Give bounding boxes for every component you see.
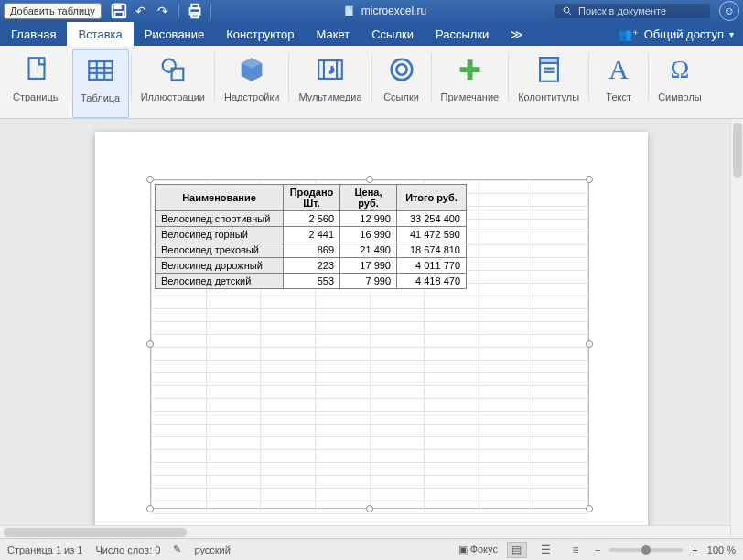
symbol-icon: Ω xyxy=(660,49,700,90)
ribbon-table[interactable]: Таблица xyxy=(72,49,129,118)
status-word-count[interactable]: Число слов: 0 xyxy=(95,544,160,555)
table-row[interactable]: Велосипед спортивный2 56012 99033 254 40… xyxy=(156,211,467,227)
cell-total[interactable]: 41 472 590 xyxy=(397,227,467,242)
redo-icon[interactable]: ↷ xyxy=(153,1,173,21)
cell-name[interactable]: Велосипед спортивный xyxy=(156,211,284,227)
cell-name[interactable]: Велосипед горный xyxy=(156,227,284,242)
svg-rect-2 xyxy=(114,12,123,16)
cell-qty[interactable]: 223 xyxy=(284,258,340,274)
table-row[interactable]: Велосипед детский5537 9904 418 470 xyxy=(156,274,467,289)
title-bar: Добавить таблицу ↶ ↷ microexcel.ru Поиск… xyxy=(0,0,743,22)
svg-rect-10 xyxy=(89,61,113,80)
status-language[interactable]: русский xyxy=(194,544,230,555)
ribbon-media[interactable]: ♪ Мультимедиа xyxy=(291,49,369,118)
ribbon-pages[interactable]: Страницы xyxy=(5,49,68,118)
resize-handle[interactable] xyxy=(146,176,154,183)
undo-icon[interactable]: ↶ xyxy=(131,1,151,21)
resize-handle[interactable] xyxy=(366,505,373,512)
text-icon: A xyxy=(598,49,639,90)
shapes-icon xyxy=(153,49,193,90)
view-print-layout[interactable]: ▤ xyxy=(507,542,527,558)
zoom-in[interactable]: + xyxy=(692,544,697,555)
view-outline[interactable]: ≡ xyxy=(565,542,586,558)
cell-total[interactable]: 33 254 400 xyxy=(397,211,467,227)
tabs-overflow[interactable]: ≫ xyxy=(500,22,534,46)
headerfooter-icon xyxy=(529,49,569,90)
focus-mode[interactable]: ▣ Фокус xyxy=(458,544,498,555)
media-icon: ♪ xyxy=(310,49,350,90)
cell-price[interactable]: 21 490 xyxy=(340,242,397,258)
col-header-total: Итого руб. xyxy=(397,185,467,211)
cell-price[interactable]: 12 990 xyxy=(340,211,397,227)
ribbon-comment[interactable]: ✚ Примечание xyxy=(434,49,507,118)
tab-draw[interactable]: Рисование xyxy=(134,22,215,46)
comment-icon: ✚ xyxy=(449,49,490,90)
feedback-icon[interactable]: ☺ xyxy=(719,1,739,21)
ribbon-tabs: Главная Вставка Рисование Конструктор Ма… xyxy=(0,22,743,46)
svg-point-7 xyxy=(564,7,569,13)
col-header-price: Цена, руб. xyxy=(340,185,397,211)
print-icon[interactable] xyxy=(185,1,205,21)
status-bar: Страница 1 из 1 Число слов: 0 ✎ русский … xyxy=(0,538,743,560)
tab-references[interactable]: Ссылки xyxy=(361,22,425,46)
cell-price[interactable]: 7 990 xyxy=(340,274,397,289)
cell-total[interactable]: 4 418 470 xyxy=(397,274,467,289)
link-icon xyxy=(382,49,422,90)
table-row[interactable]: Велосипед трековый86921 49018 674 810 xyxy=(156,242,467,258)
tab-home[interactable]: Главная xyxy=(0,22,67,46)
search-input[interactable]: Поиск в документе xyxy=(555,4,710,18)
cell-price[interactable]: 17 990 xyxy=(340,258,397,274)
resize-handle[interactable] xyxy=(146,505,154,512)
cell-qty[interactable]: 553 xyxy=(284,274,340,289)
cell-total[interactable]: 18 674 810 xyxy=(397,242,467,258)
ribbon-symbols[interactable]: Ω Символы xyxy=(651,49,709,118)
scrollbar-vertical[interactable] xyxy=(730,119,743,538)
embedded-object-frame[interactable]: document.write(Array.from({length:26},()… xyxy=(150,179,589,509)
cell-price[interactable]: 16 990 xyxy=(340,227,397,242)
ribbon-headerfooter[interactable]: Колонтитулы xyxy=(511,49,587,118)
zoom-level[interactable]: 100 % xyxy=(707,544,736,555)
cell-qty[interactable]: 2 560 xyxy=(284,211,340,227)
resize-handle[interactable] xyxy=(586,176,593,183)
ribbon-illustrations[interactable]: Иллюстрации xyxy=(134,49,212,118)
resize-handle[interactable] xyxy=(586,505,593,512)
ribbon-links[interactable]: Ссылки xyxy=(374,49,429,118)
tab-layout[interactable]: Макет xyxy=(305,22,361,46)
table-row[interactable]: Велосипед горный2 44116 99041 472 590 xyxy=(156,227,467,242)
svg-rect-1 xyxy=(114,5,120,9)
view-web-layout[interactable]: ☰ xyxy=(536,542,556,558)
svg-rect-4 xyxy=(191,5,198,9)
scrollbar-horizontal[interactable] xyxy=(0,525,730,538)
share-button[interactable]: Общий доступ xyxy=(644,27,724,41)
status-page[interactable]: Страница 1 из 1 xyxy=(7,544,82,555)
chevron-down-icon[interactable]: ▾ xyxy=(729,29,734,39)
resize-handle[interactable] xyxy=(146,340,154,348)
cell-qty[interactable]: 869 xyxy=(284,242,340,258)
resize-handle[interactable] xyxy=(366,176,373,183)
resize-handle[interactable] xyxy=(586,340,593,348)
add-table-tooltip: Добавить таблицу xyxy=(4,3,102,19)
svg-text:♪: ♪ xyxy=(329,62,335,76)
cell-name[interactable]: Велосипед трековый xyxy=(156,242,284,258)
cell-name[interactable]: Велосипед детский xyxy=(156,274,284,289)
ribbon-addins[interactable]: Надстройки xyxy=(217,49,286,118)
zoom-slider[interactable] xyxy=(609,548,683,552)
zoom-out[interactable]: − xyxy=(595,544,600,555)
document-workspace[interactable]: document.write(Array.from({length:26},()… xyxy=(0,119,743,538)
addin-icon xyxy=(232,49,272,90)
data-table[interactable]: Наименование Продано Шт. Цена, руб. Итог… xyxy=(155,184,467,289)
tab-mailings[interactable]: Рассылки xyxy=(425,22,500,46)
page-icon xyxy=(16,49,57,90)
search-icon xyxy=(562,5,573,16)
document-title: microexcel.ru xyxy=(343,5,426,17)
cell-name[interactable]: Велосипед дорожный xyxy=(156,258,284,274)
tab-design[interactable]: Конструктор xyxy=(215,22,305,46)
spellcheck-icon[interactable]: ✎ xyxy=(173,544,181,555)
cell-qty[interactable]: 2 441 xyxy=(284,227,340,242)
table-row[interactable]: Велосипед дорожный22317 9904 011 770 xyxy=(156,258,467,274)
tab-insert[interactable]: Вставка xyxy=(67,22,133,46)
save-icon[interactable] xyxy=(109,1,129,21)
ribbon-text[interactable]: A Текст xyxy=(591,49,646,118)
svg-point-21 xyxy=(391,59,412,81)
cell-total[interactable]: 4 011 770 xyxy=(397,258,467,274)
